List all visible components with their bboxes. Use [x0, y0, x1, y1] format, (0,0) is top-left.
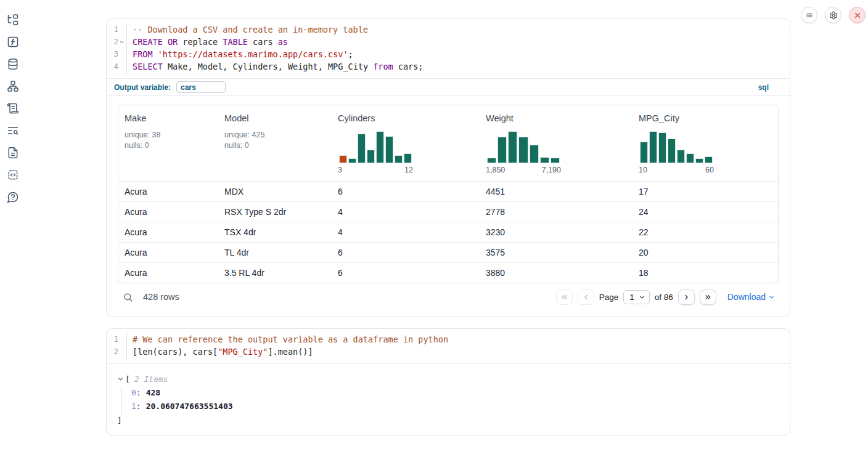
- menu-button[interactable]: [801, 7, 817, 23]
- snippets-icon[interactable]: [7, 169, 19, 181]
- column-name[interactable]: Cylinders: [338, 113, 375, 123]
- page-select-value: 1: [629, 293, 634, 302]
- code-token: -- Download a CSV and create an in-memor…: [133, 25, 368, 34]
- table-row: AcuraTSX 4dr4323022: [118, 222, 778, 242]
- prev-page-button[interactable]: [578, 289, 594, 305]
- histogram-bar: [376, 131, 384, 163]
- column-name[interactable]: MPG_City: [639, 113, 679, 123]
- code-token: from: [373, 62, 393, 71]
- table-cell: RSX Type S 2dr: [218, 207, 332, 217]
- column-name[interactable]: Weight: [486, 113, 514, 123]
- database-icon[interactable]: [7, 58, 19, 70]
- file-explorer-icon[interactable]: [7, 14, 19, 26]
- code-line: 2[len(cars), cars["MPG_City"].mean()]: [107, 346, 790, 358]
- code-token: Make, Model, Cylinders, Weight, MPG_City: [163, 62, 373, 71]
- output-variable-row: Output variable: sql: [107, 78, 790, 96]
- histogram-bar: [518, 137, 528, 163]
- sql-code-editor[interactable]: 1-- Download a CSV and create an in-memo…: [107, 19, 790, 78]
- code-token: [len(cars), cars[: [133, 347, 218, 357]
- code-token: FROM: [133, 49, 153, 59]
- table-cell: 20: [633, 248, 779, 257]
- table-row: AcuraTL 4dr6357520: [118, 242, 778, 262]
- code-line: 3FROM 'https://datasets.marimo.app/cars.…: [107, 48, 790, 60]
- line-number: 2: [113, 36, 118, 48]
- table-cell: 22: [633, 227, 779, 237]
- download-link[interactable]: Download: [727, 292, 775, 302]
- column-header: Weight1,8507,190: [480, 105, 633, 181]
- histogram-bar: [649, 131, 657, 163]
- table-cell: TL 4dr: [218, 248, 332, 257]
- row-count: 428 rows: [143, 292, 179, 302]
- fold-chevron-icon[interactable]: [118, 39, 125, 46]
- line-number: 4: [113, 60, 118, 73]
- table-cell: 6: [332, 187, 480, 196]
- helper-sidebar: [0, 0, 26, 449]
- code-token: ].mean()]: [268, 347, 313, 357]
- python-code-editor[interactable]: 1# We can reference the output variable …: [107, 329, 790, 363]
- chevrons-right-icon: [704, 293, 712, 301]
- last-page-button[interactable]: [700, 289, 716, 305]
- function-square-icon[interactable]: [7, 36, 19, 48]
- histogram-bar: [497, 137, 507, 163]
- logs-icon[interactable]: [7, 124, 19, 137]
- next-page-button[interactable]: [678, 289, 695, 305]
- help-icon[interactable]: [7, 191, 19, 203]
- table-cell: 3880: [480, 268, 633, 278]
- notebook: 1-- Download a CSV and create an in-memo…: [106, 18, 790, 435]
- dependency-graph-icon[interactable]: [7, 80, 19, 92]
- close-bracket: ]: [117, 413, 779, 425]
- table-row: AcuraRSX Type S 2dr4277824: [118, 201, 778, 222]
- histogram-bar: [551, 158, 560, 163]
- menu-icon: [805, 11, 814, 20]
- column-stats: unique: 425nulls: 0: [224, 130, 326, 150]
- scratchpad-icon[interactable]: [7, 102, 19, 115]
- column-header: Cylinders312: [332, 105, 480, 181]
- documentation-icon[interactable]: [7, 147, 19, 159]
- code-token: SELECT: [133, 62, 163, 71]
- tree-entry: 0:428: [131, 386, 779, 399]
- code-token: as: [278, 37, 288, 47]
- settings-button[interactable]: [825, 7, 841, 23]
- entry-colon: :: [136, 402, 141, 411]
- histogram-bar: [668, 139, 676, 163]
- column-name[interactable]: Make: [125, 113, 146, 123]
- code-token: cars;: [393, 62, 424, 71]
- code-token: replace: [178, 37, 223, 47]
- histogram-bar: [695, 158, 703, 163]
- histogram-bar: [658, 132, 666, 163]
- table-row: AcuraMDX6445117: [118, 181, 778, 201]
- search-icon[interactable]: [123, 292, 133, 302]
- column-header: MPG_City1060: [633, 105, 779, 181]
- table-row: Acura3.5 RL 4dr6388018: [118, 262, 778, 283]
- histogram-bar: [339, 155, 347, 163]
- language-badge[interactable]: sql: [758, 83, 769, 92]
- histogram-bar: [508, 131, 517, 163]
- column-header: Modelunique: 425nulls: 0: [218, 105, 332, 181]
- chevrons-left-icon: [560, 293, 568, 301]
- output-variable-input[interactable]: [176, 81, 226, 93]
- collapse-icon[interactable]: [117, 376, 124, 382]
- table-cell: TSX 4dr: [218, 227, 332, 237]
- close-icon: [853, 11, 862, 20]
- histogram-bar: [686, 153, 694, 163]
- first-page-button[interactable]: [556, 289, 573, 305]
- code-token: CREATE OR: [133, 37, 178, 47]
- page-select[interactable]: 1: [623, 290, 650, 304]
- column-name[interactable]: Model: [224, 113, 249, 123]
- column-histogram: [640, 131, 713, 163]
- code-token: # We can reference the output variable a…: [133, 334, 448, 344]
- download-label: Download: [727, 292, 766, 302]
- shutdown-button[interactable]: [849, 7, 866, 23]
- output-variable-label: Output variable:: [114, 83, 171, 92]
- table-cell: 6: [332, 248, 480, 257]
- notebook-actions: [801, 7, 866, 23]
- entry-colon: :: [136, 388, 141, 397]
- histogram-bar: [348, 158, 356, 163]
- histogram-bar: [640, 142, 648, 163]
- code-line: 2CREATE OR replace TABLE cars as: [107, 36, 790, 48]
- sql-cell: 1-- Download a CSV and create an in-memo…: [106, 18, 790, 317]
- table-cell: 18: [633, 268, 779, 278]
- histogram-bar: [395, 155, 403, 163]
- tree-entries: 0:4281:20.060747663551403: [117, 386, 779, 413]
- result-table: Makeunique: 38nulls: 0Modelunique: 425nu…: [118, 105, 779, 283]
